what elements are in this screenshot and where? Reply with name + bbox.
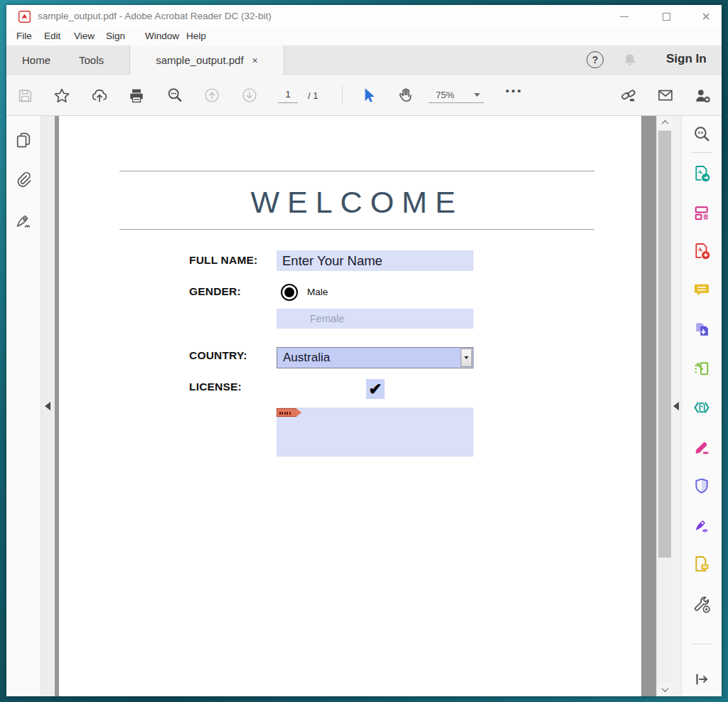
minimize-button[interactable]: [612, 5, 636, 28]
share-cloud-upload-icon[interactable]: [91, 87, 108, 104]
country-selected-value: Australia: [277, 348, 473, 368]
acrobat-window: sample_output.pdf - Adobe Acrobat Reader…: [6, 5, 722, 696]
vertical-scrollbar[interactable]: [656, 116, 672, 696]
maximize-button[interactable]: [654, 5, 678, 28]
page-total-label: / 1: [308, 90, 318, 101]
signatures-pen-icon[interactable]: [14, 211, 33, 230]
search-tools-icon[interactable]: [692, 125, 711, 144]
sign-here-tag-text: [279, 412, 291, 415]
gender-female-field[interactable]: Female: [277, 309, 473, 329]
tab-close-icon[interactable]: ×: [252, 55, 258, 66]
scroll-up-button[interactable]: [657, 116, 673, 129]
menu-edit[interactable]: Edit: [44, 31, 60, 41]
menu-file[interactable]: File: [16, 31, 32, 41]
form-title: WELCOME: [119, 185, 594, 220]
panel-divider: [692, 644, 712, 644]
menu-sign[interactable]: Sign: [106, 31, 125, 41]
request-esign-icon[interactable]: [692, 516, 711, 534]
next-page-icon[interactable]: [241, 87, 258, 104]
minimize-icon: [620, 16, 628, 17]
close-button[interactable]: ×: [694, 5, 718, 28]
maximize-icon: [663, 13, 670, 21]
open-tools-pane-icon[interactable]: [692, 670, 711, 688]
license-checkbox[interactable]: ✔: [366, 379, 385, 399]
tab-document-label: sample_output.pdf: [156, 54, 243, 66]
collapse-left-pane-icon[interactable]: [45, 402, 50, 410]
collapse-right-pane-icon[interactable]: [673, 402, 679, 410]
gender-label: GENDER:: [189, 285, 241, 298]
chevron-down-icon: [661, 685, 668, 692]
page-number-input[interactable]: 1: [278, 89, 298, 103]
chevron-up-icon: [661, 120, 668, 127]
share-link-icon[interactable]: [620, 87, 637, 104]
right-pane-gutter: [672, 116, 681, 696]
fill-sign-icon[interactable]: [692, 437, 711, 456]
title-bar: sample_output.pdf - Adobe Acrobat Reader…: [6, 5, 722, 28]
organize-pages-icon[interactable]: [692, 203, 711, 222]
divider: [119, 171, 594, 171]
tab-bar: Home Tools sample_output.pdf × ? Sign In: [6, 46, 722, 75]
left-panel: [6, 116, 41, 696]
gender-male-option-label: Male: [307, 287, 328, 297]
country-dropdown-button[interactable]: [461, 349, 472, 367]
menu-window[interactable]: Window: [145, 31, 179, 41]
print-icon[interactable]: [128, 87, 145, 104]
document-canvas: WELCOME FULL NAME: Enter Your Name GENDE…: [55, 116, 656, 696]
chevron-down-icon: [474, 93, 480, 97]
select-tool-icon[interactable]: [360, 87, 377, 104]
left-pane-gutter: [41, 116, 55, 696]
previous-page-icon[interactable]: [203, 87, 220, 104]
pdf-page: WELCOME FULL NAME: Enter Your Name GENDE…: [59, 116, 641, 696]
more-tools-wrench-icon[interactable]: [692, 595, 711, 614]
license-label: LICENSE:: [189, 381, 242, 393]
send-for-comments-icon[interactable]: [692, 555, 711, 573]
protect-shield-icon[interactable]: [692, 477, 711, 495]
toolbar-separator: [342, 85, 343, 105]
search-icon[interactable]: [166, 87, 183, 104]
signature-textarea[interactable]: [277, 408, 473, 457]
notifications-bell-icon[interactable]: [622, 52, 638, 68]
tab-document[interactable]: sample_output.pdf ×: [129, 46, 284, 75]
more-tools-icon[interactable]: •••: [505, 85, 523, 97]
save-icon[interactable]: [16, 87, 33, 104]
tab-tools[interactable]: Tools: [79, 46, 104, 75]
favorite-star-icon[interactable]: [53, 87, 70, 104]
help-icon[interactable]: ?: [587, 51, 604, 68]
menu-view[interactable]: View: [74, 31, 95, 41]
hand-tool-icon[interactable]: [397, 87, 414, 104]
scroll-down-button[interactable]: [657, 683, 673, 696]
combine-files-icon[interactable]: [692, 320, 711, 339]
divider: [119, 229, 594, 230]
attachments-paperclip-icon[interactable]: [14, 170, 33, 188]
compress-pdf-icon[interactable]: [692, 398, 711, 417]
acrobat-pdf-icon: [18, 11, 31, 23]
email-icon[interactable]: [657, 87, 674, 104]
main-area: WELCOME FULL NAME: Enter Your Name GENDE…: [6, 116, 722, 696]
scan-ocr-icon[interactable]: [692, 359, 711, 378]
create-pdf-icon[interactable]: [692, 242, 711, 260]
page-thumbnails-icon[interactable]: [14, 131, 33, 149]
radio-selected-dot: [284, 287, 294, 297]
full-name-input[interactable]: Enter Your Name: [277, 250, 473, 271]
country-dropdown[interactable]: Australia: [277, 347, 473, 368]
zoom-level-value: 75%: [436, 90, 454, 100]
chevron-down-icon: [464, 356, 469, 359]
menu-bar: File Edit View Sign Window Help: [6, 28, 722, 46]
menu-help[interactable]: Help: [186, 31, 206, 41]
sign-in-button[interactable]: Sign In: [666, 52, 707, 66]
comment-icon[interactable]: [692, 281, 711, 299]
gender-male-radio[interactable]: [281, 284, 298, 301]
window-title: sample_output.pdf - Adobe Acrobat Reader…: [38, 11, 272, 21]
zoom-level-dropdown[interactable]: 75%: [429, 87, 484, 103]
panel-divider: [692, 152, 712, 153]
scrollbar-thumb[interactable]: [658, 131, 671, 558]
add-person-icon[interactable]: [694, 87, 711, 104]
export-pdf-icon[interactable]: [692, 164, 711, 183]
full-name-label: FULL NAME:: [189, 254, 257, 267]
country-label: COUNTRY:: [189, 349, 247, 362]
right-tools-panel: [681, 116, 722, 696]
main-toolbar: 1 / 1 75% •••: [6, 75, 722, 116]
tab-home[interactable]: Home: [22, 46, 50, 75]
